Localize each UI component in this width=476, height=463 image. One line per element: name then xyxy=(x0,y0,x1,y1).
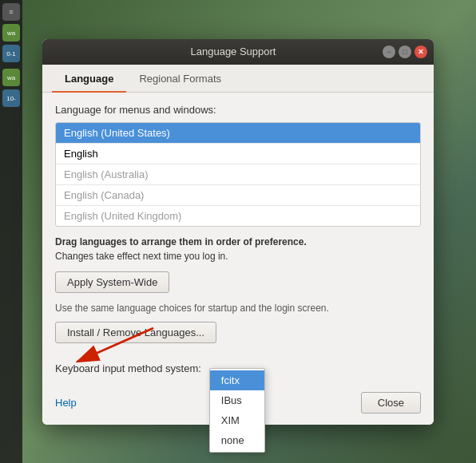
system-desc-text: Use the same language choices for startu… xyxy=(55,303,421,314)
dropdown-item-xim[interactable]: XIM xyxy=(210,410,264,430)
list-item[interactable]: English (Australia) xyxy=(56,164,420,185)
help-button[interactable]: Help xyxy=(55,397,77,409)
drag-hint: Drag languages to arrange them in order … xyxy=(55,235,421,263)
list-item[interactable]: English (United States) xyxy=(56,123,420,144)
maximize-button[interactable]: □ xyxy=(399,46,411,58)
list-item[interactable]: English (Canada) xyxy=(56,185,420,206)
tab-bar: Language Regional Formats xyxy=(42,65,434,93)
dropdown-item-fcitx[interactable]: fcitx xyxy=(210,370,264,390)
dialog-title: Language Support xyxy=(84,46,383,57)
language-support-dialog: Language Support − □ ✕ Language Regional… xyxy=(42,39,434,425)
keyboard-label: Keyboard input method system: xyxy=(55,362,201,374)
list-item[interactable]: English (United Kingdom) xyxy=(56,206,420,226)
dropdown-item-none[interactable]: none xyxy=(210,430,264,450)
tab-content: Language for menus and windows: English … xyxy=(42,93,434,386)
tab-language[interactable]: Language xyxy=(52,65,126,93)
titlebar: Language Support − □ ✕ xyxy=(42,39,434,65)
apply-system-wide-button[interactable]: Apply System-Wide xyxy=(55,271,169,293)
keyboard-row: Keyboard input method system: fcitx IBus… xyxy=(55,362,421,374)
list-item[interactable]: English xyxy=(56,144,420,164)
close-button[interactable]: Close xyxy=(361,392,421,414)
minimize-button[interactable]: − xyxy=(383,46,395,58)
window-close-button[interactable]: ✕ xyxy=(415,46,427,58)
install-remove-button[interactable]: Install / Remove Languages... xyxy=(55,322,216,343)
dropdown-item-ibus[interactable]: IBus xyxy=(210,390,264,410)
dialog-body: Language Regional Formats Language for m… xyxy=(42,65,434,425)
titlebar-controls: − □ ✕ xyxy=(383,46,427,58)
dropdown-menu: fcitx IBus XIM none xyxy=(209,368,265,453)
tab-regional-formats[interactable]: Regional Formats xyxy=(126,65,234,93)
dialog-overlay: Language Support − □ ✕ Language Regional… xyxy=(0,0,476,463)
language-list: English (United States) English English … xyxy=(55,122,421,227)
section-label: Language for menus and windows: xyxy=(55,104,421,116)
